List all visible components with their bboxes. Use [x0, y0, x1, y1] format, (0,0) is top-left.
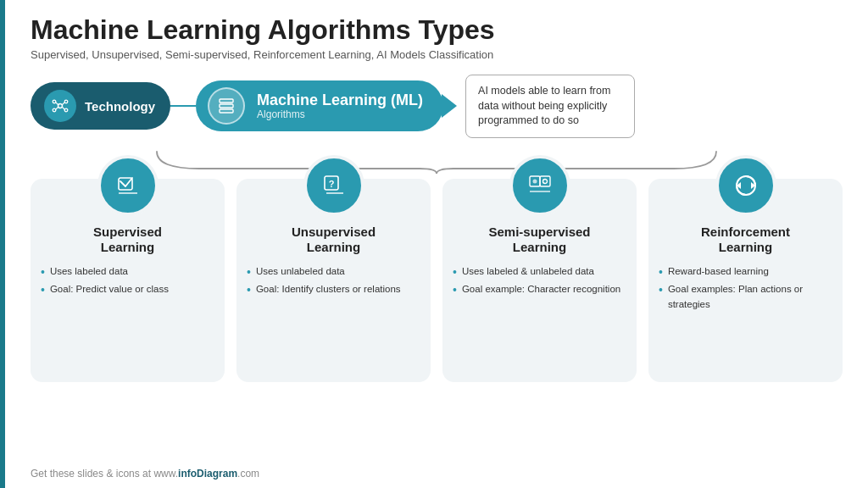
- svg-line-8: [62, 107, 64, 109]
- ml-subtitle: Algorithms: [257, 108, 423, 120]
- semisupervised-bullet-1: Uses labeled & unlabeled data: [453, 264, 626, 280]
- reinforcement-bullet-2: Goal examples: Plan actions or strategie…: [659, 282, 832, 312]
- unsupervised-bullets: Uses unlabeled data Goal: Identify clust…: [247, 264, 420, 300]
- description-box: AI models able to learn from data withou…: [465, 75, 635, 138]
- footer: Get these slides & icons at www.infoDiag…: [31, 468, 259, 480]
- unsupervised-bullet-1: Uses unlabeled data: [247, 264, 420, 280]
- ml-icon-circle: [208, 87, 245, 125]
- semisupervised-card: Semi-supervisedLearning Uses labeled & u…: [442, 179, 637, 382]
- technology-pill: Technology: [31, 82, 170, 130]
- tech-icon-circle: [44, 90, 76, 122]
- tech-label: Technology: [85, 99, 155, 114]
- svg-point-3: [53, 109, 56, 113]
- semisupervised-icon: [524, 169, 556, 202]
- supervised-icon-circle: [97, 155, 159, 216]
- svg-line-5: [56, 103, 58, 105]
- unsupervised-icon: ?: [318, 169, 350, 202]
- page-subtitle: Supervised, Unsupervised, Semi-supervise…: [31, 48, 843, 61]
- ml-pill: Machine Learning (ML) Algorithms: [196, 80, 443, 131]
- unsupervised-icon-circle: ?: [303, 155, 364, 216]
- reinforcement-title: ReinforcementLearning: [701, 225, 790, 257]
- footer-text-prefix: Get these slides & icons at www.: [31, 468, 178, 480]
- semisupervised-bullet-2: Goal example: Character recognition: [453, 282, 626, 297]
- supervised-bullets: Uses labeled data Goal: Predict value or…: [41, 264, 214, 300]
- ml-text-block: Machine Learning (ML) Algorithms: [257, 92, 423, 121]
- supervised-icon: [112, 169, 144, 202]
- footer-suffix: .com: [237, 468, 259, 480]
- svg-point-21: [542, 179, 547, 183]
- semisupervised-title: Semi-supervisedLearning: [488, 225, 590, 257]
- page-title: Machine Learning Algorithms Types: [31, 15, 843, 45]
- footer-brand: infoDiagram: [178, 468, 237, 480]
- reinforcement-bullets: Reward-based learning Goal examples: Pla…: [659, 264, 832, 314]
- layers-icon: [215, 95, 237, 117]
- supervised-title: SupervisedLearning: [93, 225, 162, 257]
- top-row: Technology Machine Learning (ML) Algorit…: [31, 75, 843, 138]
- svg-rect-9: [220, 99, 233, 103]
- svg-text:?: ?: [328, 179, 334, 189]
- svg-point-2: [64, 101, 68, 104]
- supervised-bullet-1: Uses labeled data: [41, 264, 214, 280]
- semisupervised-icon-circle: [509, 155, 570, 216]
- reinforcement-card: ReinforcementLearning Reward-based learn…: [648, 179, 843, 382]
- arrow-right: [442, 94, 457, 118]
- svg-rect-18: [540, 176, 550, 186]
- connector-line-1: [170, 105, 196, 107]
- ai-icon: [50, 96, 70, 116]
- unsupervised-bullet-2: Goal: Identify clusters or relations: [247, 282, 420, 297]
- unsupervised-title: UnsupervisedLearning: [292, 225, 376, 257]
- reinforcement-bullet-1: Reward-based learning: [659, 264, 832, 280]
- reinforcement-icon: [730, 169, 762, 202]
- reinforcement-icon-circle: [715, 155, 776, 216]
- curly-brace-svg: [148, 150, 725, 174]
- ml-title: Machine Learning (ML): [257, 92, 423, 109]
- left-accent: [0, 0, 5, 488]
- svg-point-1: [53, 101, 56, 104]
- svg-line-7: [56, 107, 58, 109]
- semisupervised-bullets: Uses labeled & unlabeled data Goal examp…: [453, 264, 626, 300]
- svg-rect-11: [220, 109, 233, 113]
- cards-row: SupervisedLearning Uses labeled data Goa…: [31, 179, 843, 382]
- unsupervised-card: ? UnsupervisedLearning Uses unlabeled da…: [236, 179, 431, 382]
- svg-rect-10: [220, 104, 233, 108]
- svg-point-20: [532, 179, 537, 183]
- svg-point-0: [58, 104, 63, 108]
- svg-point-4: [64, 109, 68, 113]
- supervised-bullet-2: Goal: Predict value or class: [41, 282, 214, 297]
- svg-line-6: [62, 103, 64, 105]
- supervised-card: SupervisedLearning Uses labeled data Goa…: [31, 179, 225, 382]
